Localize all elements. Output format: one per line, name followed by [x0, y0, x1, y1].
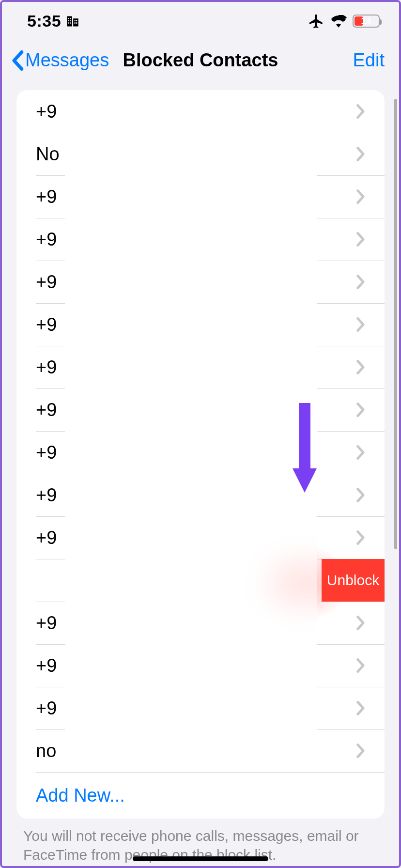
- chevron-right-icon: [356, 189, 365, 204]
- chevron-right-icon: [356, 360, 365, 374]
- blocked-contact-row[interactable]: +9: [16, 261, 385, 303]
- blocked-contact-row[interactable]: +9: [16, 388, 385, 431]
- chevron-right-icon: [356, 403, 365, 417]
- chevron-right-icon: [356, 658, 365, 673]
- status-left: 5:35: [27, 12, 79, 31]
- chevron-right-icon: [356, 488, 365, 502]
- dual-sim-icon: [66, 15, 79, 28]
- contact-label: +9: [36, 400, 356, 420]
- chevron-right-icon: [356, 147, 365, 161]
- svg-rect-5: [70, 20, 71, 21]
- blocked-contact-row[interactable]: +9: [16, 516, 385, 559]
- contact-label: no: [36, 741, 356, 761]
- contact-label: +9: [36, 272, 356, 293]
- contact-label: +9: [36, 186, 356, 207]
- unblock-button[interactable]: Unblock: [322, 559, 385, 602]
- blocked-contact-row[interactable]: +9: [16, 474, 385, 516]
- blocked-contact-row[interactable]: +9: [16, 90, 385, 133]
- nav-bar: Messages Blocked Contacts Edit: [2, 36, 399, 90]
- contact-label: +9: [36, 314, 356, 335]
- blocked-contact-row[interactable]: +9: [16, 644, 385, 687]
- back-button[interactable]: Messages: [11, 50, 109, 71]
- blocked-contacts-list: +9No+9+9+9+9+9+9+9+9+9-688Unblock+9+9+9n…: [16, 90, 385, 819]
- chevron-right-icon: [356, 232, 365, 247]
- svg-rect-8: [75, 20, 76, 21]
- blocked-contact-row[interactable]: +9: [16, 303, 385, 346]
- airplane-mode-icon: [308, 13, 324, 30]
- contact-label: +9: [36, 655, 356, 676]
- contact-label: No: [36, 144, 356, 165]
- battery-indicator: 18: [353, 15, 380, 28]
- svg-rect-0: [67, 16, 72, 26]
- contact-label: -688: [16, 570, 293, 591]
- chevron-right-icon: [356, 104, 365, 119]
- status-right: 18: [308, 13, 380, 30]
- battery-percentage: 18: [354, 16, 379, 27]
- contact-label: +9: [36, 101, 356, 122]
- blocked-contact-row[interactable]: +9: [16, 602, 385, 644]
- contact-label: +9: [36, 698, 356, 719]
- contact-label: +9: [36, 527, 356, 548]
- svg-rect-9: [76, 20, 77, 21]
- contact-label: +9: [36, 485, 356, 506]
- status-time: 5:35: [27, 12, 61, 31]
- chevron-right-icon: [356, 445, 365, 460]
- svg-rect-10: [75, 22, 76, 23]
- blocked-contact-row[interactable]: +9: [16, 687, 385, 729]
- home-indicator[interactable]: [133, 856, 268, 861]
- svg-rect-3: [70, 18, 71, 19]
- chevron-right-icon: [356, 701, 365, 715]
- chevron-left-icon: [11, 50, 24, 71]
- svg-rect-7: [70, 22, 71, 23]
- svg-rect-4: [68, 20, 69, 21]
- blocked-contact-row[interactable]: +9: [16, 346, 385, 388]
- contact-label: +9: [36, 229, 356, 250]
- chevron-right-icon: [356, 530, 365, 545]
- scroll-indicator: [394, 99, 397, 825]
- svg-rect-11: [76, 22, 77, 23]
- svg-rect-1: [73, 18, 78, 26]
- blocked-contact-row[interactable]: no: [16, 729, 385, 772]
- chevron-right-icon: [356, 616, 365, 630]
- add-new-button[interactable]: Add New...: [16, 772, 385, 819]
- status-bar: 5:35 18: [2, 2, 399, 36]
- svg-rect-6: [68, 22, 69, 23]
- blocked-contact-row[interactable]: +9: [16, 218, 385, 261]
- contact-label: +9: [36, 613, 356, 634]
- blocked-contact-row[interactable]: +9: [16, 431, 385, 474]
- chevron-right-icon: [356, 744, 365, 758]
- back-label: Messages: [25, 50, 109, 71]
- blocked-contact-row[interactable]: No: [16, 133, 385, 175]
- wifi-icon: [330, 15, 347, 28]
- edit-button[interactable]: Edit: [353, 50, 385, 71]
- blocked-contact-row[interactable]: -688Unblock: [16, 559, 385, 602]
- contact-label: +9: [36, 442, 356, 463]
- chevron-right-icon: [356, 275, 365, 289]
- svg-rect-2: [68, 18, 69, 19]
- blocked-contact-row[interactable]: +9: [16, 175, 385, 218]
- contact-label: +9: [36, 357, 356, 378]
- chevron-right-icon: [356, 317, 365, 332]
